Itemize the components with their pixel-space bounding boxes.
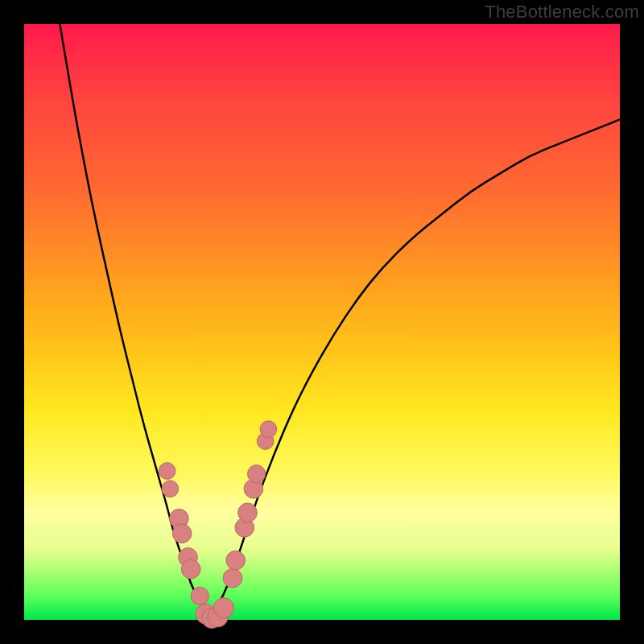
plot-area xyxy=(24,24,620,620)
data-marker xyxy=(181,559,200,579)
watermark-text: TheBottleneck.com xyxy=(485,2,639,23)
data-marker xyxy=(191,587,208,605)
data-marker xyxy=(226,551,246,570)
right-curve xyxy=(208,119,620,620)
chart-frame: TheBottleneck.com xyxy=(0,0,644,644)
data-marker xyxy=(172,524,192,543)
data-marker xyxy=(162,481,179,497)
data-marker xyxy=(260,421,277,438)
data-marker xyxy=(159,463,175,480)
data-marker xyxy=(213,598,233,618)
data-marker xyxy=(223,568,242,588)
data-marker xyxy=(238,503,258,522)
data-markers xyxy=(159,421,277,629)
data-marker xyxy=(248,465,266,483)
chart-svg xyxy=(24,24,620,620)
